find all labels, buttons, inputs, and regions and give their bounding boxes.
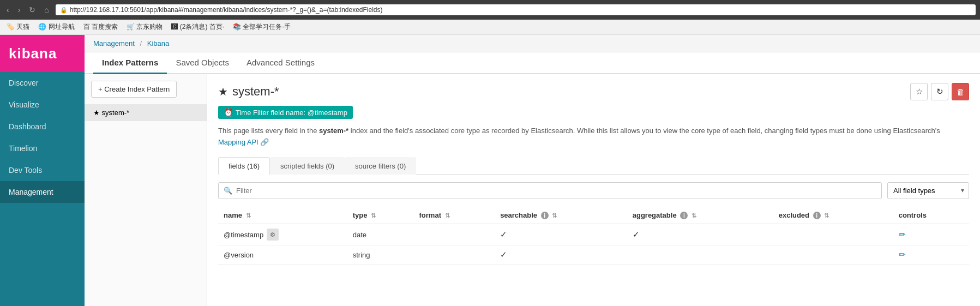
col-header-type: type ⇅	[347, 207, 414, 224]
index-title: ★ system-*	[218, 85, 279, 99]
tab-index-patterns[interactable]: Index Patterns	[93, 52, 167, 74]
field-type-cell: string	[347, 245, 414, 265]
field-type-cell: date	[347, 224, 414, 245]
sidebar-item-timelion[interactable]: Timelion	[0, 137, 85, 159]
breadcrumb: Management / Kibana	[85, 35, 980, 52]
field-edit-icon[interactable]: ✏	[899, 230, 906, 239]
sidebar: kibana Discover Visualize Dashboard Time…	[0, 35, 85, 306]
searchable-check-icon: ✓	[500, 230, 507, 239]
description-text: This page lists every field in the syste…	[218, 125, 969, 148]
field-types-select[interactable]: All field types string date number boole…	[887, 182, 969, 199]
address-bar[interactable]: 🔒 http://192.168.17.10:5601/app/kibana#/…	[56, 4, 976, 15]
filter-input-wrap: 🔍	[218, 182, 882, 199]
time-filter-badge: ⏰ Time Filter field name: @timestamp	[218, 106, 353, 119]
fields-table: name ⇅ type ⇅ format ⇅	[218, 207, 969, 265]
sub-tab-bar: fields (16) scripted fields (0) source f…	[218, 157, 969, 175]
time-filter-text: Time Filter field name: @timestamp	[236, 109, 347, 117]
reload-fields-button[interactable]: ↻	[931, 83, 948, 100]
aggregatable-check-icon: ✓	[633, 230, 640, 239]
sidebar-item-visualize[interactable]: Visualize	[0, 94, 85, 116]
browser-forward-btn[interactable]: ›	[16, 4, 23, 15]
field-aggregatable-cell	[627, 245, 773, 265]
filter-input[interactable]	[218, 182, 882, 199]
sub-tab-scripted-fields[interactable]: scripted fields (0)	[270, 157, 345, 175]
field-name-text: @timestamp	[224, 231, 263, 239]
bookmark-jd[interactable]: 🛒 京东购物	[124, 22, 165, 32]
aggregatable-sort-icon[interactable]: ⇅	[692, 212, 696, 219]
breadcrumb-management[interactable]: Management	[93, 39, 135, 47]
breadcrumb-kibana[interactable]: Kibana	[147, 39, 169, 47]
searchable-check-icon: ✓	[500, 250, 507, 259]
browser-refresh-btn[interactable]: ↻	[27, 4, 38, 15]
clock-icon: ⏰	[224, 108, 233, 117]
field-edit-icon[interactable]: ✏	[899, 250, 906, 259]
browser-home-btn[interactable]: ⌂	[42, 4, 51, 15]
index-name: system-*	[232, 85, 279, 99]
field-format-cell	[414, 224, 495, 245]
app-container: kibana Discover Visualize Dashboard Time…	[0, 35, 980, 306]
col-header-aggregatable: aggregatable i ⇅	[627, 207, 773, 224]
bookmark-baidu[interactable]: 百 百度搜索	[81, 22, 120, 32]
excluded-sort-icon[interactable]: ⇅	[824, 212, 829, 219]
format-sort-icon[interactable]: ⇅	[445, 212, 450, 219]
delete-index-pattern-button[interactable]: 🗑	[952, 83, 969, 100]
bookmark-tianmao[interactable]: 🏷️ 天猫	[4, 22, 32, 32]
field-excluded-cell	[773, 224, 893, 245]
index-title-actions: ☆ ↻ 🗑	[910, 83, 969, 100]
set-default-index-button[interactable]: ☆	[910, 83, 928, 100]
col-header-format: format ⇅	[414, 207, 495, 224]
mapping-api-link[interactable]: Mapping API	[218, 138, 258, 146]
col-header-searchable: searchable i ⇅	[495, 207, 627, 224]
field-controls-cell: ✏	[893, 224, 969, 245]
field-controls-cell: ✏	[893, 245, 969, 265]
col-header-name: name ⇅	[218, 207, 347, 224]
bookmark-messages[interactable]: 🅲 (2条消息) 首页·	[169, 22, 226, 32]
field-settings-icon[interactable]: ⚙	[267, 229, 279, 241]
field-searchable-cell: ✓	[495, 224, 627, 245]
tab-saved-objects[interactable]: Saved Objects	[167, 52, 238, 74]
field-types-select-wrap: All field types string date number boole…	[887, 182, 969, 199]
bookmark-tasks[interactable]: 📚 全部学习任务·手	[231, 22, 293, 32]
sub-tab-source-filters[interactable]: source filters (0)	[345, 157, 416, 175]
browser-back-btn[interactable]: ‹	[4, 4, 11, 15]
index-name-bold: system-*	[319, 127, 348, 135]
table-row: @timestamp ⚙ date ✓ ✓	[218, 224, 969, 245]
secure-icon: 🔒	[60, 7, 68, 14]
sidebar-item-discover[interactable]: Discover	[0, 72, 85, 94]
searchable-info-icon[interactable]: i	[541, 212, 549, 219]
index-star-icon[interactable]: ★	[218, 85, 228, 98]
create-index-pattern-button[interactable]: + Create Index Pattern	[91, 81, 177, 98]
table-row: @version string ✓ ✏	[218, 245, 969, 265]
tab-advanced-settings[interactable]: Advanced Settings	[238, 52, 323, 74]
searchable-sort-icon[interactable]: ⇅	[552, 212, 557, 219]
index-title-row: ★ system-* ☆ ↻ 🗑	[218, 83, 969, 100]
index-detail-panel: ★ system-* ☆ ↻ 🗑 ⏰ Time Filter field nam…	[207, 74, 980, 306]
sidebar-item-dashboard[interactable]: Dashboard	[0, 116, 85, 137]
sub-tab-fields[interactable]: fields (16)	[218, 157, 270, 175]
excluded-info-icon[interactable]: i	[813, 212, 821, 219]
index-list-panel: + Create Index Pattern ★ system-*	[85, 74, 207, 306]
tab-bar: Index Patterns Saved Objects Advanced Se…	[85, 52, 980, 74]
col-header-excluded: excluded i ⇅	[773, 207, 893, 224]
content-panel: + Create Index Pattern ★ system-* ★ syst…	[85, 74, 980, 306]
browser-chrome: ‹ › ↻ ⌂ 🔒 http://192.168.17.10:5601/app/…	[0, 0, 980, 20]
field-aggregatable-cell: ✓	[627, 224, 773, 245]
field-name-cell: @version	[218, 245, 347, 265]
filter-row: 🔍 All field types string date number boo…	[218, 182, 969, 199]
col-header-controls: controls	[893, 207, 969, 224]
index-list-item[interactable]: ★ system-*	[85, 104, 207, 121]
name-sort-icon[interactable]: ⇅	[246, 212, 251, 219]
field-format-cell	[414, 245, 495, 265]
field-searchable-cell: ✓	[495, 245, 627, 265]
aggregatable-info-icon[interactable]: i	[680, 212, 688, 219]
type-sort-icon[interactable]: ⇅	[371, 212, 376, 219]
bookmarks-bar: 🏷️ 天猫 🌐 网址导航 百 百度搜索 🛒 京东购物 🅲 (2条消息) 首页· …	[0, 20, 980, 35]
breadcrumb-sep: /	[140, 39, 142, 47]
bookmark-nav[interactable]: 🌐 网址导航	[36, 22, 76, 32]
sidebar-item-devtools[interactable]: Dev Tools	[0, 159, 85, 181]
field-excluded-cell	[773, 245, 893, 265]
field-name-cell: @timestamp ⚙	[218, 224, 347, 245]
field-name-text: @version	[224, 251, 254, 259]
sidebar-item-management[interactable]: Management	[0, 181, 85, 203]
filter-search-icon: 🔍	[224, 187, 232, 195]
